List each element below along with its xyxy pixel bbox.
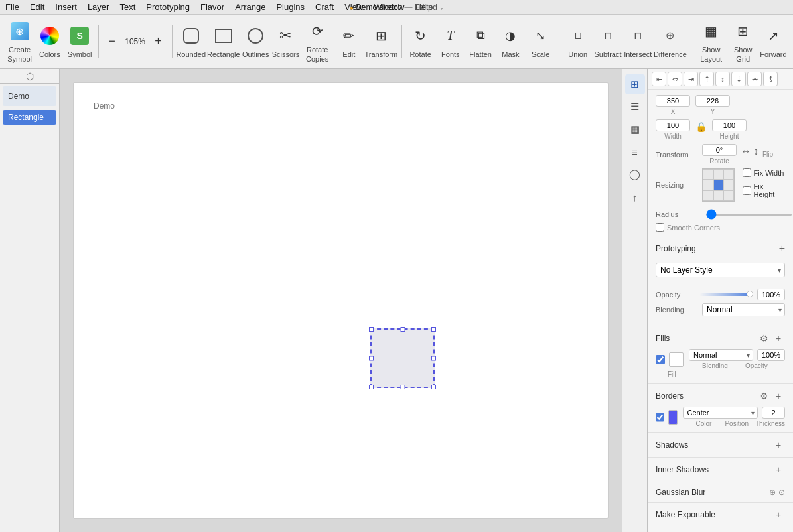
fix-height-checkbox[interactable] <box>743 186 751 195</box>
shadows-add-button[interactable]: + <box>772 438 785 452</box>
border-checkbox-0[interactable] <box>656 413 664 422</box>
gaussian-blur-header[interactable]: Gaussian Blur ⊕ ⊙ <box>648 482 793 502</box>
align-top-button[interactable]: ⇡ <box>699 72 714 86</box>
show-grid-button[interactable]: ⊞ Show Grid <box>729 18 758 66</box>
handle-top-left[interactable] <box>369 327 374 332</box>
resize-cell-2[interactable] <box>723 169 734 180</box>
handle-top-middle[interactable] <box>400 327 405 332</box>
fills-settings-icon[interactable]: ⚙ <box>757 332 770 345</box>
handle-bottom-middle[interactable] <box>400 385 405 389</box>
panel-grid-button[interactable]: ▦ <box>625 119 645 139</box>
fill-color-swatch-0[interactable] <box>669 352 684 367</box>
scissors-button[interactable]: ✂ Scissors <box>271 18 300 66</box>
make-exportable-add-button[interactable]: + <box>772 508 785 521</box>
difference-button[interactable]: ⊕ Difference <box>654 18 687 66</box>
fill-opacity-input[interactable] <box>757 349 785 361</box>
handle-middle-right[interactable] <box>431 356 436 361</box>
shadows-header[interactable]: Shadows + <box>648 433 793 457</box>
flatten-button[interactable]: ⧉ Flatten <box>467 18 495 66</box>
menu-insert[interactable]: Insert <box>55 2 77 12</box>
resizing-grid[interactable] <box>702 168 735 202</box>
menu-file[interactable]: File <box>5 2 19 12</box>
fill-blending-select[interactable]: Normal <box>689 349 753 361</box>
align-center-v-button[interactable]: ↕ <box>715 72 730 86</box>
flip-v-icon[interactable]: ↕ <box>753 145 758 157</box>
size-width-input[interactable] <box>656 119 690 131</box>
rounded-button[interactable]: Rounded <box>176 18 206 66</box>
prototyping-header[interactable]: Prototyping + <box>648 237 793 260</box>
gaussian-blur-toggle-icon[interactable]: ⊙ <box>778 488 785 497</box>
prototyping-add-icon[interactable]: + <box>779 243 785 255</box>
scale-button[interactable]: ⤡ Scale <box>526 18 555 66</box>
resize-cell-4[interactable] <box>713 180 724 190</box>
handle-middle-left[interactable] <box>369 356 374 361</box>
chevron-down-icon[interactable]: ▾ <box>439 3 444 12</box>
edit-button[interactable]: ✏ Edit <box>334 18 363 66</box>
menu-plugins[interactable]: Plugins <box>276 2 305 12</box>
menu-craft[interactable]: Craft <box>315 2 334 12</box>
subtract-button[interactable]: ⊓ Subtract <box>593 18 622 66</box>
opacity-value-input[interactable] <box>757 289 785 300</box>
distribute-h-button[interactable]: ⥈ <box>747 72 762 86</box>
menu-layer[interactable]: Layer <box>88 2 109 12</box>
resize-cell-8[interactable] <box>723 190 734 201</box>
forward-button[interactable]: ↗ Forward <box>759 18 788 66</box>
handle-top-right[interactable] <box>431 327 436 332</box>
collapse-icon[interactable]: ⬡ <box>26 71 34 82</box>
outlines-button[interactable]: Outlines <box>242 18 270 66</box>
rotate-copies-button[interactable]: ⟳ Rotate Copies <box>301 18 333 66</box>
align-center-h-button[interactable]: ⇔ <box>668 72 682 86</box>
union-button[interactable]: ⊔ Union <box>563 18 592 66</box>
align-left-button[interactable]: ⇤ <box>652 72 666 86</box>
zoom-in-button[interactable]: + <box>149 18 168 66</box>
position-y-input[interactable] <box>695 95 730 107</box>
lock-aspect-icon[interactable]: 🔒 <box>695 121 707 132</box>
panel-prototype-button[interactable]: ◯ <box>625 165 645 184</box>
resize-cell-7[interactable] <box>713 190 724 201</box>
rotate-input[interactable] <box>702 144 737 156</box>
radius-slider[interactable] <box>706 214 792 216</box>
zoom-out-button[interactable]: − <box>103 18 121 66</box>
transform-button[interactable]: ⊞ Transform <box>364 18 397 66</box>
menu-arrange[interactable]: Arrange <box>235 2 265 12</box>
selected-rectangle[interactable] <box>370 328 435 388</box>
show-layout-button[interactable]: ▦ Show Layout <box>695 18 727 66</box>
distribute-v-button[interactable]: ⥉ <box>763 72 778 86</box>
inner-shadows-header[interactable]: Inner Shadows + <box>648 458 793 482</box>
size-height-input[interactable] <box>712 119 747 131</box>
page-item-demo[interactable]: Demo <box>3 86 56 106</box>
gaussian-blur-settings-icon[interactable]: ⊕ <box>769 488 776 497</box>
intersect-button[interactable]: ⊓ Intersect <box>624 18 652 66</box>
panel-layers-button[interactable]: ≡ <box>625 142 645 162</box>
inner-shadows-add-button[interactable]: + <box>772 463 785 476</box>
border-thickness-input[interactable] <box>762 407 785 419</box>
resize-cell-6[interactable] <box>703 190 713 201</box>
resize-cell-5[interactable] <box>723 180 734 190</box>
layer-item-rectangle[interactable]: Rectangle <box>3 110 56 125</box>
align-bottom-button[interactable]: ⇣ <box>731 72 746 86</box>
blending-select[interactable]: Normal Multiply Screen Overlay Darken Li… <box>702 303 785 316</box>
create-symbol-button[interactable]: ⊕ Create Symbol <box>5 18 34 66</box>
menu-text[interactable]: Text <box>119 2 135 12</box>
resize-cell-1[interactable] <box>713 169 724 180</box>
fill-checkbox-0[interactable] <box>656 355 665 364</box>
resize-cell-3[interactable] <box>703 180 713 190</box>
mask-button[interactable]: ◑ Mask <box>496 18 525 66</box>
symbol-button[interactable]: S Symbol <box>66 18 94 66</box>
canvas-area[interactable]: Demo <box>60 69 622 532</box>
panel-components-button[interactable]: ☰ <box>625 97 645 117</box>
rectangle-button[interactable]: Rectangle <box>207 18 240 66</box>
align-right-button[interactable]: ⇥ <box>684 72 698 86</box>
colors-button[interactable]: Colors <box>35 18 64 66</box>
border-position-select[interactable]: Center Inside Outside <box>683 407 758 419</box>
menu-edit[interactable]: Edit <box>30 2 44 12</box>
rotate-button[interactable]: ↻ Rotate <box>406 18 435 66</box>
opacity-slider-track[interactable] <box>699 293 753 296</box>
menu-flavor[interactable]: Flavor <box>200 2 224 12</box>
fonts-button[interactable]: T Fonts <box>436 18 465 66</box>
borders-settings-icon[interactable]: ⚙ <box>757 389 770 403</box>
handle-bottom-left[interactable] <box>369 385 374 389</box>
flip-h-icon[interactable]: ↔ <box>741 145 751 157</box>
fix-width-checkbox[interactable] <box>743 168 751 177</box>
menu-prototyping[interactable]: Prototyping <box>146 2 190 12</box>
